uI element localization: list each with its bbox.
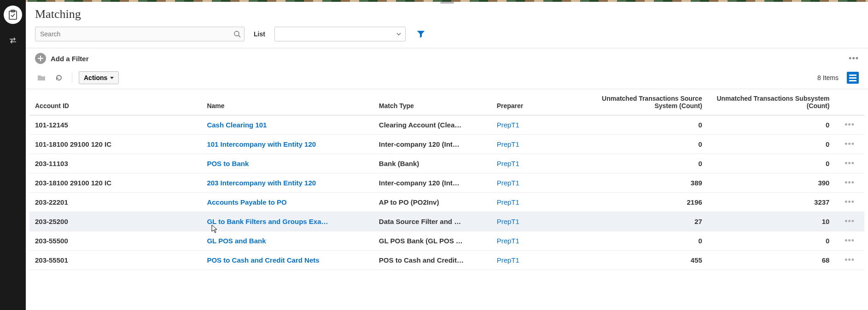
cell-unmatched-sub: 0 — [708, 231, 835, 251]
name-link[interactable]: Accounts Payable to PO — [207, 198, 286, 206]
row-more-icon[interactable]: ••• — [845, 236, 855, 245]
chevron-down-icon — [396, 31, 402, 37]
plus-icon — [35, 53, 46, 64]
row-more-icon[interactable]: ••• — [845, 120, 855, 129]
list-label: List — [254, 30, 265, 38]
cell-match-type: Clearing Account (Clea… — [373, 115, 491, 135]
cell-account-id: 203-18100 29100 120 IC — [29, 173, 201, 193]
preparer-link[interactable]: PrepT1 — [497, 160, 519, 167]
col-name[interactable]: Name — [201, 89, 373, 115]
clipboard-icon — [8, 10, 17, 20]
add-filter-label: Add a Filter — [51, 55, 89, 63]
cell-preparer: PrepT1 — [491, 231, 581, 251]
page-title: Matching — [26, 4, 868, 27]
table-row[interactable]: 203-55501POS to Cash and Credit Card Net… — [29, 251, 864, 270]
folder-icon[interactable] — [35, 71, 48, 84]
table-wrap: Account ID Name Match Type Preparer Unma… — [26, 89, 868, 310]
col-unmatched-sub[interactable]: Unmatched Transactions Subsystem (Count) — [708, 89, 835, 115]
search-wrap — [35, 27, 245, 41]
preparer-link[interactable]: PrepT1 — [497, 179, 519, 187]
cell-name: 203 Intercompany with Entity 120 — [201, 173, 373, 193]
cell-preparer: PrepT1 — [491, 173, 581, 193]
cell-name: GL POS and Bank — [201, 231, 373, 251]
list-select[interactable] — [274, 27, 406, 41]
cell-actions: ••• — [835, 231, 864, 251]
divider — [72, 73, 72, 83]
table-row[interactable]: 101-18100 29100 120 IC101 Intercompany w… — [29, 135, 864, 154]
cell-actions: ••• — [835, 251, 864, 270]
cell-match-type: Data Source Filter and … — [373, 212, 491, 231]
app-sidebar: $ — [0, 0, 26, 310]
cell-account-id: 203-11103 — [29, 154, 201, 173]
cell-account-id: 203-55500 — [29, 231, 201, 251]
cell-preparer: PrepT1 — [491, 135, 581, 154]
add-filter-button[interactable]: Add a Filter — [35, 53, 89, 64]
col-match-type[interactable]: Match Type — [373, 89, 491, 115]
table-row[interactable]: 203-55500GL POS and BankGL POS Bank (GL … — [29, 231, 864, 251]
filter-icon[interactable] — [415, 28, 427, 40]
table-row[interactable]: 203-22201Accounts Payable to POAP to PO … — [29, 193, 864, 212]
cell-name: GL to Bank Filters and Groups Exa… — [201, 212, 373, 231]
refresh-icon[interactable] — [52, 71, 65, 84]
col-actions — [835, 89, 864, 115]
cell-unmatched-sub: 390 — [708, 173, 835, 193]
cell-unmatched-sub: 0 — [708, 115, 835, 135]
transfer-icon: $ — [8, 35, 18, 46]
cell-actions: ••• — [835, 154, 864, 173]
name-link[interactable]: POS to Cash and Credit Card Nets — [207, 256, 319, 264]
cell-preparer: PrepT1 — [491, 154, 581, 173]
preparer-link[interactable]: PrepT1 — [497, 237, 519, 245]
table-row[interactable]: 203-18100 29100 120 IC203 Intercompany w… — [29, 173, 864, 193]
name-link[interactable]: 101 Intercompany with Entity 120 — [207, 140, 316, 148]
preparer-link[interactable]: PrepT1 — [497, 121, 519, 129]
cell-unmatched-source: 455 — [580, 251, 708, 270]
row-more-icon[interactable]: ••• — [845, 255, 855, 264]
col-account-id[interactable]: Account ID — [29, 89, 201, 115]
row-more-icon[interactable]: ••• — [845, 139, 855, 149]
filter-more-icon[interactable]: ••• — [849, 54, 859, 63]
preparer-link[interactable]: PrepT1 — [497, 198, 519, 206]
search-input[interactable] — [35, 27, 245, 41]
cell-actions: ••• — [835, 135, 864, 154]
name-link[interactable]: POS to Bank — [207, 160, 249, 167]
view-toggle-list[interactable] — [847, 72, 859, 84]
row-more-icon[interactable]: ••• — [845, 159, 855, 168]
actions-button[interactable]: Actions — [79, 71, 119, 84]
cell-unmatched-sub: 3237 — [708, 193, 835, 212]
name-link[interactable]: GL POS and Bank — [207, 237, 266, 245]
row-more-icon[interactable]: ••• — [845, 197, 855, 207]
table-row[interactable]: 203-11103POS to BankBank (Bank)PrepT100•… — [29, 154, 864, 173]
preparer-link[interactable]: PrepT1 — [497, 218, 519, 225]
cell-actions: ••• — [835, 212, 864, 231]
actions-button-label: Actions — [84, 74, 107, 81]
cell-unmatched-source: 27 — [580, 212, 708, 231]
col-unmatched-source[interactable]: Unmatched Transactions Source System (Co… — [580, 89, 708, 115]
cell-unmatched-sub: 68 — [708, 251, 835, 270]
cell-account-id: 203-55501 — [29, 251, 201, 270]
name-link[interactable]: GL to Bank Filters and Groups Exa… — [207, 218, 328, 225]
cell-preparer: PrepT1 — [491, 212, 581, 231]
preparer-link[interactable]: PrepT1 — [497, 140, 519, 148]
table-row[interactable]: 101-12145Cash Clearing 101Clearing Accou… — [29, 115, 864, 135]
cell-name: POS to Cash and Credit Card Nets — [201, 251, 373, 270]
cell-actions: ••• — [835, 193, 864, 212]
preparer-link[interactable]: PrepT1 — [497, 256, 519, 264]
caret-down-icon — [110, 76, 114, 80]
cell-unmatched-sub: 0 — [708, 154, 835, 173]
cell-account-id: 101-18100 29100 120 IC — [29, 135, 201, 154]
table-row[interactable]: 203-25200GL to Bank Filters and Groups E… — [29, 212, 864, 231]
sidebar-item-matching[interactable]: $ — [0, 28, 26, 53]
search-icon[interactable] — [232, 29, 243, 40]
name-link[interactable]: Cash Clearing 101 — [207, 121, 267, 129]
cell-preparer: PrepT1 — [491, 115, 581, 135]
svg-text:$: $ — [11, 39, 13, 42]
toolbar-row: List — [26, 27, 868, 48]
cell-match-type: AP to PO (PO2Inv) — [373, 193, 491, 212]
cell-actions: ••• — [835, 173, 864, 193]
sidebar-item-worklist[interactable] — [4, 6, 22, 24]
row-more-icon[interactable]: ••• — [845, 178, 855, 187]
row-more-icon[interactable]: ••• — [845, 217, 855, 226]
main-panel: Matching List Add a Filter ••• — [26, 0, 868, 310]
name-link[interactable]: 203 Intercompany with Entity 120 — [207, 179, 316, 187]
col-preparer[interactable]: Preparer — [491, 89, 581, 115]
